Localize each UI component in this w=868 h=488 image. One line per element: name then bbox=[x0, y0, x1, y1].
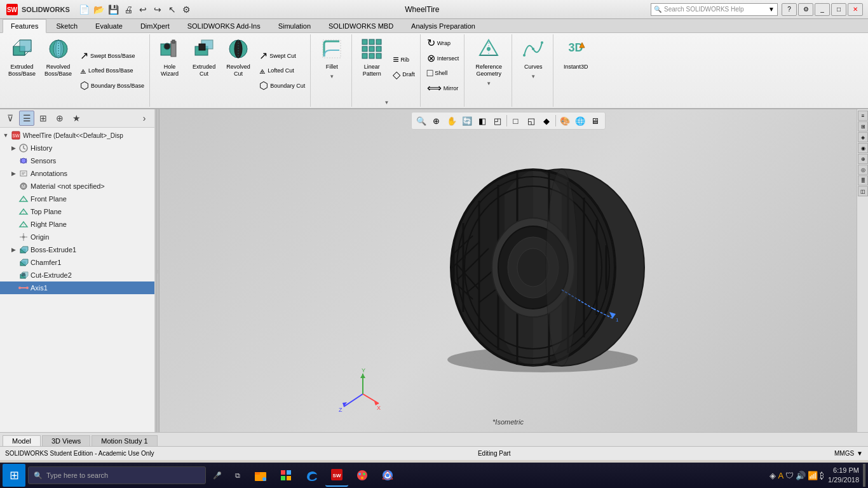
boundary-boss-button[interactable]: ⬡ Boundary Boss/Base bbox=[78, 78, 147, 93]
display-button[interactable]: 🖥 bbox=[588, 114, 602, 128]
boundary-cut-button[interactable]: ⬡ Boundary Cut bbox=[257, 78, 308, 93]
tab-analysis-prep[interactable]: Analysis Preparation bbox=[403, 19, 484, 32]
taskbar-store[interactable] bbox=[275, 464, 297, 487]
intersect-button[interactable]: ⊗ Intersect bbox=[424, 51, 462, 65]
tree-item-history[interactable]: ▶ History bbox=[0, 142, 154, 154]
add-button[interactable]: ⊕ bbox=[52, 111, 67, 126]
wrap-button[interactable]: ↻ Wrap bbox=[424, 36, 462, 50]
new-button[interactable]: 📄 bbox=[78, 3, 92, 17]
pan-button[interactable]: ✋ bbox=[445, 114, 459, 128]
zoom-fit-button[interactable]: ⊕ bbox=[430, 114, 444, 128]
shaded-button[interactable]: ◆ bbox=[539, 114, 553, 128]
panel-btn-7[interactable]: ≣ bbox=[858, 175, 868, 186]
panel-btn-8[interactable]: ◫ bbox=[858, 186, 868, 196]
hidden-lines-button[interactable]: ◱ bbox=[524, 114, 538, 128]
tree-item-chamfer1[interactable]: ▶ Chamfer1 bbox=[0, 256, 154, 269]
fillet-button[interactable]: Fillet bbox=[317, 36, 346, 72]
close-button[interactable]: ✕ bbox=[848, 3, 863, 16]
expander-annotations[interactable]: ▶ bbox=[9, 170, 18, 177]
linear-pattern-button[interactable]: LinearPattern bbox=[356, 36, 388, 79]
swept-boss-button[interactable]: ↗ Swept Boss/Base bbox=[78, 48, 147, 63]
curves-button[interactable]: Curves bbox=[519, 36, 548, 72]
tab-solidworks-mbd[interactable]: SOLIDWORKS MBD bbox=[320, 19, 402, 32]
reference-geometry-button[interactable]: ReferenceGeometry bbox=[471, 36, 506, 79]
tree-item-annotations[interactable]: ▶ Annotations bbox=[0, 167, 154, 180]
options-button[interactable]: ⚙ bbox=[180, 3, 194, 17]
zoom-button[interactable]: 🔍 bbox=[414, 114, 428, 128]
revolved-cut-button[interactable]: RevolvedCut bbox=[222, 36, 254, 79]
icons-view-button[interactable]: ⊞ bbox=[36, 111, 51, 126]
system-clock[interactable]: 6:19 PM 1/29/2018 bbox=[828, 466, 859, 485]
section-view-button[interactable]: ◧ bbox=[475, 114, 489, 128]
save-button[interactable]: 💾 bbox=[107, 3, 121, 17]
windows-start-button[interactable]: ⊞ bbox=[3, 464, 25, 487]
taskbar-solidworks[interactable]: SW bbox=[325, 464, 348, 487]
extruded-boss-button[interactable]: ExtrudedBoss/Base bbox=[5, 36, 39, 79]
panel-btn-1[interactable]: ≡ bbox=[858, 111, 868, 121]
mirror-button[interactable]: ⟺ Mirror bbox=[424, 81, 462, 95]
sys-icon-network[interactable]: 📶 bbox=[808, 471, 818, 480]
tab-features[interactable]: Features bbox=[3, 19, 46, 33]
tab-solidworks-addins[interactable]: SOLIDWORKS Add-Ins bbox=[179, 19, 269, 32]
sys-icon-dropbox[interactable]: ◈ bbox=[770, 471, 776, 480]
favorites-button[interactable]: ★ bbox=[69, 111, 84, 126]
search-dropdown[interactable]: ▼ bbox=[768, 6, 775, 13]
panel-btn-2[interactable]: ⊞ bbox=[858, 121, 868, 132]
tree-item-top-plane[interactable]: ▶ Top Plane bbox=[0, 205, 154, 218]
select-button[interactable]: ↖ bbox=[165, 3, 179, 17]
undo-button[interactable]: ↩ bbox=[136, 3, 150, 17]
maximize-button[interactable]: □ bbox=[831, 3, 846, 16]
tree-item-axis1[interactable]: ▶ Axis1 bbox=[0, 281, 154, 294]
show-desktop-button[interactable] bbox=[863, 464, 865, 487]
sys-icon-avast[interactable]: A bbox=[778, 471, 783, 480]
list-view-button[interactable]: ☰ bbox=[19, 111, 34, 126]
expander-boss-extrude1[interactable]: ▶ bbox=[9, 247, 18, 253]
tree-item-front-plane[interactable]: ▶ Front Plane bbox=[0, 193, 154, 205]
shell-button[interactable]: □ Shell bbox=[424, 66, 462, 80]
task-view-button[interactable]: ⧉ bbox=[229, 466, 247, 484]
tree-item-material[interactable]: ▶ M Material <not specified> bbox=[0, 180, 154, 193]
sys-icon-bluetooth[interactable]: ₿ bbox=[820, 471, 824, 480]
lofted-cut-button[interactable]: ⟁ Lofted Cut bbox=[257, 64, 308, 78]
extruded-cut-button[interactable]: ExtrudedCut bbox=[188, 36, 220, 79]
wireframe-button[interactable]: □ bbox=[509, 114, 523, 128]
panel-btn-4[interactable]: ◉ bbox=[858, 143, 868, 153]
taskbar-explorer[interactable] bbox=[249, 464, 272, 487]
tab-model[interactable]: Model bbox=[3, 435, 41, 446]
tab-sketch[interactable]: Sketch bbox=[48, 19, 86, 32]
hole-wizard-button[interactable]: HoleWizard bbox=[154, 36, 186, 79]
search-box[interactable]: 🔍 Search SOLIDWORKS Help ▼ bbox=[651, 3, 778, 16]
print-button[interactable]: 🖨 bbox=[121, 3, 135, 17]
scene-button[interactable]: 🌐 bbox=[573, 114, 587, 128]
help-button[interactable]: ? bbox=[782, 3, 797, 16]
viewport[interactable]: 🔍 ⊕ ✋ 🔄 ◧ ◰ □ ◱ ◆ 🎨 🌐 🖥 bbox=[159, 109, 857, 432]
tab-motion-study[interactable]: Motion Study 1 bbox=[92, 435, 157, 446]
rib-button[interactable]: ≡ Rib bbox=[390, 53, 417, 67]
open-button[interactable]: 📂 bbox=[92, 3, 106, 17]
tree-item-origin[interactable]: ▶ Origin bbox=[0, 231, 154, 243]
view-orient-button[interactable]: ◰ bbox=[491, 114, 505, 128]
expander-root[interactable]: ▼ bbox=[1, 132, 10, 139]
instant3d-button[interactable]: 3D Instant3D bbox=[560, 36, 592, 72]
taskbar-paint3d[interactable] bbox=[351, 464, 374, 487]
panel-btn-6[interactable]: ◎ bbox=[858, 165, 868, 175]
sys-icon-net[interactable]: 🛡 bbox=[785, 471, 794, 480]
panel-btn-5[interactable]: ⊕ bbox=[858, 154, 868, 164]
tree-item-right-plane[interactable]: ▶ Right Plane bbox=[0, 218, 154, 231]
appearance-button[interactable]: 🎨 bbox=[558, 114, 572, 128]
panel-btn-3[interactable]: ◈ bbox=[858, 132, 868, 142]
expander-history[interactable]: ▶ bbox=[9, 145, 18, 151]
lofted-boss-button[interactable]: ⟁ Lofted Boss/Base bbox=[78, 64, 147, 78]
swept-cut-button[interactable]: ↗ Swept Cut bbox=[257, 48, 308, 63]
minimize-button[interactable]: _ bbox=[815, 3, 830, 16]
revolved-boss-button[interactable]: RevolvedBoss/Base bbox=[41, 36, 75, 79]
cortana-mic[interactable]: 🎤 bbox=[208, 466, 226, 484]
tab-dimxpert[interactable]: DimXpert bbox=[132, 19, 178, 32]
tree-item-sensors[interactable]: ▶ Sensors bbox=[0, 154, 154, 167]
redo-button[interactable]: ↪ bbox=[151, 3, 165, 17]
tab-3d-views[interactable]: 3D Views bbox=[42, 435, 90, 446]
tab-evaluate[interactable]: Evaluate bbox=[87, 19, 131, 32]
sys-icon-audio[interactable]: 🔊 bbox=[796, 471, 806, 480]
expand-sidebar-button[interactable]: › bbox=[137, 111, 152, 126]
units-dropdown-arrow[interactable]: ▼ bbox=[857, 450, 863, 457]
